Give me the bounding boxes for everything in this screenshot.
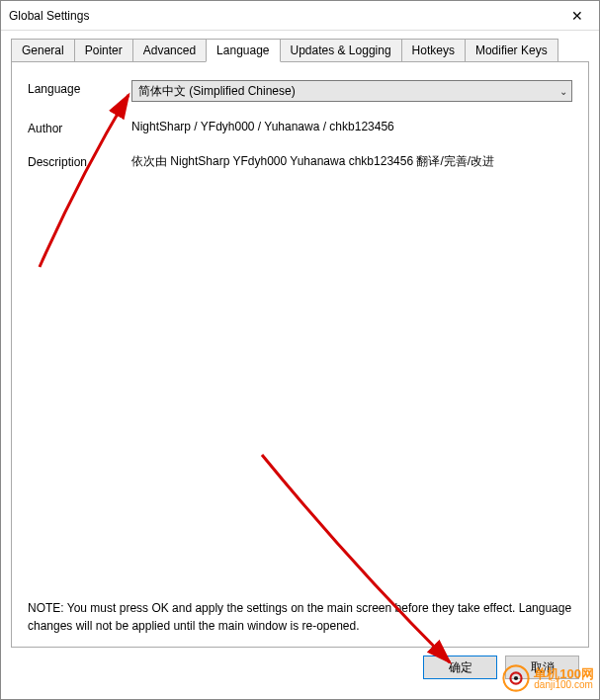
settings-window: Global Settings ✕ General Pointer Advanc… (0, 0, 600, 700)
language-label: Language (28, 80, 131, 96)
titlebar: Global Settings ✕ (1, 1, 599, 31)
tab-advanced[interactable]: Advanced (132, 39, 207, 61)
tab-updates-logging[interactable]: Updates & Logging (280, 39, 402, 61)
language-row: Language 简体中文 (Simplified Chinese) ⌄ (28, 80, 572, 102)
author-value: NightSharp / YFdyh000 / Yuhanawa / chkb1… (131, 120, 572, 133)
tab-pointer[interactable]: Pointer (74, 39, 133, 61)
language-value-container: 简体中文 (Simplified Chinese) ⌄ (131, 80, 572, 102)
language-panel: Language 简体中文 (Simplified Chinese) ⌄ Aut… (11, 61, 589, 648)
tab-language[interactable]: Language (206, 39, 280, 62)
description-label: Description (28, 153, 131, 169)
tab-hotkeys[interactable]: Hotkeys (401, 39, 466, 61)
tab-strip: General Pointer Advanced Language Update… (11, 39, 589, 61)
content-area: General Pointer Advanced Language Update… (1, 31, 599, 699)
chevron-down-icon: ⌄ (559, 86, 567, 97)
cancel-button[interactable]: 取消 (505, 656, 579, 679)
description-value: 依次由 NightSharp YFdyh000 Yuhanawa chkb123… (131, 153, 572, 170)
window-title: Global Settings (9, 9, 89, 23)
author-row: Author NightSharp / YFdyh000 / Yuhanawa … (28, 120, 572, 135)
ok-button[interactable]: 确定 (423, 656, 497, 679)
close-button[interactable]: ✕ (555, 1, 599, 30)
tab-general[interactable]: General (11, 39, 75, 61)
description-row: Description 依次由 NightSharp YFdyh000 Yuha… (28, 153, 572, 170)
close-icon: ✕ (571, 8, 583, 24)
dialog-button-bar: 确定 取消 (11, 648, 589, 689)
language-combobox[interactable]: 简体中文 (Simplified Chinese) ⌄ (131, 80, 572, 102)
note-text: NOTE: You must press OK and apply the se… (28, 590, 572, 635)
tab-modifier-keys[interactable]: Modifier Keys (465, 39, 558, 61)
language-selected-value: 简体中文 (Simplified Chinese) (138, 83, 296, 100)
author-label: Author (28, 120, 131, 135)
